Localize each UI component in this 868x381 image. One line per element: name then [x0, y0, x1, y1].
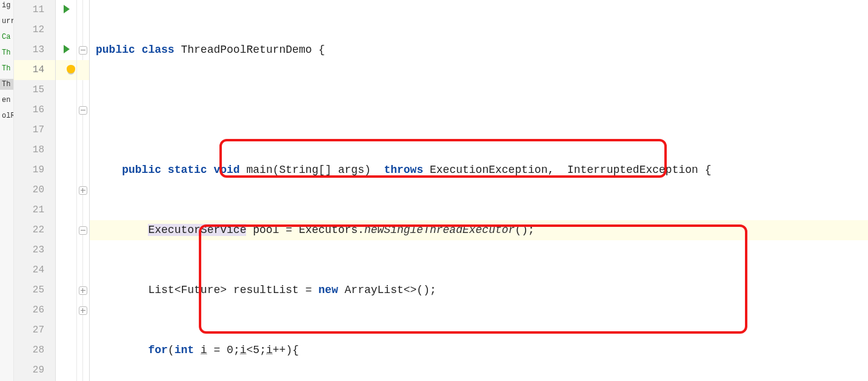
- line-number[interactable]: 20: [14, 180, 55, 200]
- code-line[interactable]: for(int i = 0;i<5;i++){: [90, 340, 868, 360]
- line-number[interactable]: 25: [14, 280, 55, 300]
- line-number[interactable]: 16: [14, 100, 55, 120]
- line-number[interactable]: 19: [14, 160, 55, 180]
- code-area[interactable]: public class ThreadPoolReturnDemo { publ…: [90, 0, 868, 381]
- line-number[interactable]: 23: [14, 240, 55, 260]
- line-number[interactable]: 14: [14, 60, 55, 80]
- code-line[interactable]: List<Future> resultList = new ArrayList<…: [90, 280, 868, 300]
- line-number[interactable]: 12: [14, 20, 55, 40]
- file-tab[interactable]: olR: [0, 110, 13, 121]
- file-tab[interactable]: Th: [0, 47, 13, 58]
- code-line[interactable]: public static void main(String[] args) t…: [90, 160, 868, 180]
- line-number[interactable]: 11: [14, 0, 55, 20]
- marker-strip: [56, 0, 77, 381]
- fold-toggle-icon[interactable]: [79, 186, 87, 195]
- code-line[interactable]: ExecutorService pool = Executors.newSing…: [90, 220, 868, 240]
- code-line[interactable]: [90, 100, 868, 120]
- file-tab[interactable]: Th: [0, 63, 13, 74]
- line-number[interactable]: 17: [14, 120, 55, 140]
- fold-toggle-icon[interactable]: [79, 46, 87, 55]
- line-number[interactable]: 22: [14, 220, 55, 240]
- code-editor: igurrCaThThThenolR 111213141516171819202…: [0, 0, 868, 381]
- intention-bulb-icon[interactable]: [67, 65, 75, 73]
- line-number[interactable]: 18: [14, 140, 55, 160]
- line-number[interactable]: 24: [14, 260, 55, 280]
- line-number[interactable]: 15: [14, 80, 55, 100]
- fold-strip: [77, 0, 90, 381]
- line-number[interactable]: 28: [14, 340, 55, 360]
- fold-toggle-icon[interactable]: [79, 306, 87, 315]
- line-number[interactable]: 27: [14, 320, 55, 340]
- line-number[interactable]: 13: [14, 40, 55, 60]
- file-tab[interactable]: Ca: [0, 32, 13, 42]
- line-number[interactable]: 29: [14, 360, 55, 380]
- file-tab[interactable]: urr: [0, 16, 13, 27]
- annotation-box: [199, 224, 747, 334]
- file-tab[interactable]: ig: [0, 0, 13, 11]
- fold-toggle-icon[interactable]: [79, 286, 87, 295]
- line-number[interactable]: 26: [14, 300, 55, 320]
- fold-toggle-icon[interactable]: [79, 226, 87, 235]
- code-line[interactable]: public class ThreadPoolReturnDemo {: [90, 40, 868, 60]
- file-tab-strip: igurrCaThThThenolR: [0, 0, 14, 381]
- line-number-gutter: 11121314151617181920212223242526272829: [14, 0, 56, 381]
- fold-toggle-icon[interactable]: [79, 106, 87, 115]
- file-tab[interactable]: Th: [0, 79, 13, 90]
- line-number[interactable]: 21: [14, 200, 55, 220]
- file-tab[interactable]: en: [0, 95, 13, 106]
